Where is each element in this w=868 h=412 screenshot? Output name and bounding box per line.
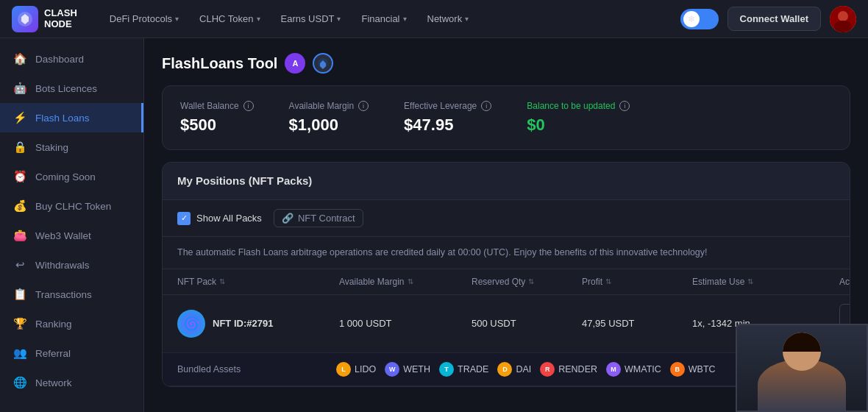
- chevron-down-icon: ▾: [465, 15, 469, 23]
- profit-cell: 47,95 USDT: [582, 318, 692, 329]
- withdrawals-icon: ↩: [13, 258, 26, 271]
- render-icon: R: [540, 362, 555, 377]
- asset-dai: D DAI: [497, 362, 531, 377]
- top-nav: CLASH NODE DeFi Protocols ▾ CLHC Token ▾…: [0, 0, 868, 38]
- wallet-icon: 👛: [13, 229, 26, 242]
- nav-earns-usdt[interactable]: Earns USDT ▾: [272, 9, 350, 29]
- sort-icon[interactable]: ⇅: [408, 277, 413, 285]
- flash-icon: ⚡: [13, 111, 26, 124]
- stat-effective-leverage: Effective Leverage i $47.95: [404, 101, 491, 135]
- sidebar-item-staking[interactable]: 🔒 Staking: [0, 132, 143, 162]
- balance-update-value: $0: [527, 116, 630, 135]
- avatar[interactable]: [830, 6, 856, 32]
- info-text: The automatic Flash Loans arbitrage oper…: [163, 237, 850, 269]
- sidebar-item-referral[interactable]: 👥 Referral: [0, 338, 143, 368]
- trade-icon: T: [439, 362, 454, 377]
- asset-wmatic: M WMATIC: [606, 362, 661, 377]
- weth-icon: W: [385, 362, 399, 377]
- connect-wallet-button[interactable]: Connect Wallet: [728, 7, 821, 31]
- dashboard-icon: 🏠: [13, 52, 26, 65]
- positions-title: My Positions (NFT Packs): [177, 174, 312, 187]
- svg-point-2: [838, 11, 848, 21]
- col-reserved-qty: Reserved Qty ⇅: [472, 277, 582, 287]
- lido-icon: L: [336, 362, 351, 377]
- positions-header: My Positions (NFT Packs): [163, 163, 850, 200]
- available-margin-cell: 1 000 USDT: [339, 318, 472, 329]
- nav-right: Connect Wallet: [680, 6, 856, 32]
- chevron-down-icon: ▾: [257, 15, 260, 23]
- asset-render: R RENDER: [540, 362, 597, 377]
- page-title: FlashLoans Tool: [162, 55, 277, 72]
- col-available-margin: Available Margin ⇅: [339, 277, 472, 287]
- avatar-badge-2: [313, 53, 333, 74]
- sidebar-item-web3-wallet[interactable]: 👛 Web3 Wallet: [0, 221, 143, 250]
- nft-contract-button[interactable]: 🔗 NFT Contract: [274, 209, 363, 227]
- sidebar-item-transactions[interactable]: 📋 Transactions: [0, 280, 143, 309]
- info-icon-leverage[interactable]: i: [481, 101, 491, 111]
- chevron-down-icon: ▾: [403, 15, 407, 23]
- asset-badges: L LIDO W WETH T TRADE D DAI: [336, 362, 716, 377]
- sidebar-item-coming-soon[interactable]: ⏰ Coming Soon: [0, 162, 143, 191]
- wallet-balance-value: $500: [180, 116, 254, 135]
- staking-icon: 🔒: [13, 141, 26, 154]
- transactions-icon: 📋: [13, 288, 26, 301]
- tool-header: FlashLoans Tool A: [162, 53, 850, 74]
- chevron-down-icon: ▾: [337, 15, 341, 23]
- dai-icon: D: [497, 362, 512, 377]
- sidebar-item-flash-loans[interactable]: ⚡ Flash Loans: [0, 103, 143, 132]
- video-overlay: [736, 324, 868, 412]
- nav-defi-protocols[interactable]: DeFi Protocols ▾: [101, 9, 188, 29]
- col-profit: Profit ⇅: [582, 277, 692, 287]
- sort-icon[interactable]: ⇅: [528, 277, 534, 285]
- avatar-badge-1: A: [285, 53, 305, 74]
- info-icon-balance[interactable]: i: [619, 101, 630, 111]
- available-margin-value: $1,000: [289, 116, 369, 135]
- info-icon-wallet[interactable]: i: [243, 101, 254, 111]
- nft-avatar-icon: 🌀: [177, 310, 205, 338]
- show-all-packs-toggle[interactable]: ✓ Show All Packs: [177, 212, 262, 225]
- positions-controls: ✓ Show All Packs 🔗 NFT Contract: [163, 200, 850, 237]
- col-nft-pack: NFT Pack ⇅: [177, 277, 339, 287]
- asset-wbtc: B WBTC: [670, 362, 716, 377]
- bundled-assets-label: Bundled Assets: [177, 364, 324, 374]
- reserved-qty-cell: 500 USDT: [472, 318, 582, 329]
- sidebar-item-withdrawals[interactable]: ↩ Withdrawals: [0, 250, 143, 280]
- chevron-down-icon: ▾: [175, 15, 179, 23]
- sidebar-item-dashboard[interactable]: 🏠 Dashboard: [0, 44, 143, 74]
- asset-lido: L LIDO: [336, 362, 376, 377]
- sort-icon[interactable]: ⇅: [747, 277, 753, 285]
- nav-network[interactable]: Network ▾: [419, 9, 478, 29]
- sidebar-item-network[interactable]: 🌐 Network: [0, 368, 143, 397]
- logo[interactable]: CLASH NODE: [12, 6, 77, 32]
- nft-contract-icon: 🔗: [282, 213, 294, 224]
- sort-icon[interactable]: ⇅: [219, 277, 225, 285]
- nft-id: NFT ID:#2791: [213, 318, 273, 329]
- sidebar-item-bots-licences[interactable]: 🤖 Bots Licences: [0, 74, 143, 103]
- sidebar: 🏠 Dashboard 🤖 Bots Licences ⚡ Flash Loan…: [0, 38, 144, 412]
- nav-financial[interactable]: Financial ▾: [352, 9, 415, 29]
- checkbox-show-all[interactable]: ✓: [177, 212, 191, 225]
- stats-card: Wallet Balance i $500 Available Margin i…: [162, 85, 850, 150]
- sidebar-item-buy-clhc[interactable]: 💰 Buy CLHC Token: [0, 191, 143, 221]
- nav-clhc-token[interactable]: CLHC Token ▾: [191, 9, 268, 29]
- buy-icon: 💰: [13, 199, 26, 213]
- logo-icon: [12, 6, 38, 32]
- theme-toggle[interactable]: [680, 9, 719, 29]
- col-actions: Actions: [839, 277, 850, 287]
- wmatic-icon: M: [606, 362, 621, 377]
- sidebar-item-ranking[interactable]: 🏆 Ranking: [0, 309, 143, 338]
- info-icon-margin[interactable]: i: [358, 101, 369, 111]
- sort-icon[interactable]: ⇅: [605, 277, 611, 285]
- video-content: [737, 325, 867, 411]
- stat-wallet-balance: Wallet Balance i $500: [180, 101, 254, 135]
- nav-items: DeFi Protocols ▾ CLHC Token ▾ Earns USDT…: [101, 9, 666, 29]
- table-header: NFT Pack ⇅ Available Margin ⇅ Reserved Q…: [163, 269, 850, 295]
- stat-available-margin: Available Margin i $1,000: [289, 101, 369, 135]
- asset-trade: T TRADE: [439, 362, 488, 377]
- stat-balance-update: Balance to be updated i $0: [527, 101, 630, 135]
- nft-cell: 🌀 NFT ID:#2791: [177, 310, 339, 338]
- svg-point-3: [834, 21, 852, 32]
- col-estimate-use: Estimate Use ⇅: [692, 277, 839, 287]
- bots-icon: 🤖: [13, 82, 26, 95]
- logo-text: CLASH NODE: [44, 8, 77, 29]
